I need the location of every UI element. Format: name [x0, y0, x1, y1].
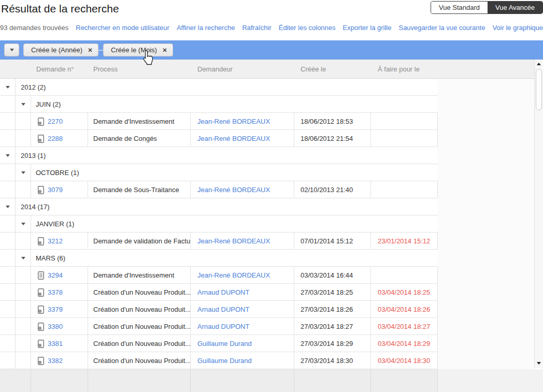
- column-header-a-faire[interactable]: À faire pour le: [371, 65, 438, 73]
- doc-gear-icon: [37, 340, 45, 348]
- close-icon[interactable]: ✕: [162, 47, 167, 54]
- request-number-cell: 3294: [31, 267, 88, 284]
- scrollbar-thumb[interactable]: [536, 69, 542, 110]
- table-row: 3381Création d'un Nouveau Produit...Guil…: [0, 335, 438, 352]
- table-row: 3294Demande d'InvestissementJean-René BO…: [0, 267, 438, 284]
- group-indent-cell: [0, 96, 16, 113]
- chevron-down-icon: [10, 49, 14, 51]
- grid-footer: [0, 369, 543, 392]
- column-header-process[interactable]: Process: [88, 65, 191, 73]
- table-row: 3212Demande de validation de FactureJean…: [0, 233, 438, 250]
- doc-gear-icon: [37, 357, 45, 365]
- row-indent-cell: [16, 301, 31, 318]
- demandeur-cell: Arnaud DUPONT: [191, 284, 294, 301]
- request-number-link[interactable]: 3378: [48, 288, 63, 296]
- request-number-link[interactable]: 3380: [48, 323, 63, 330]
- group-row-month: JANVIER (1): [0, 215, 438, 233]
- row-indent-cell: [16, 352, 31, 369]
- demandeur-cell: Jean-René BORDEAUX: [191, 130, 294, 147]
- group-label: JUIN (2): [31, 100, 438, 108]
- request-number-cell: 3378: [31, 284, 88, 301]
- triangle-down-icon: [21, 171, 25, 174]
- demandeur-link[interactable]: Arnaud DUPONT: [197, 323, 249, 330]
- collapse-toggle[interactable]: [0, 79, 16, 96]
- collapse-toggle[interactable]: [16, 215, 31, 233]
- process-cell: Demande de Congés: [88, 130, 191, 147]
- toolbar-link-4[interactable]: Éditer les colonnes: [279, 24, 336, 32]
- row-indent-cell: [16, 130, 31, 147]
- close-icon[interactable]: ✕: [88, 47, 93, 54]
- request-number-cell: 3381: [31, 335, 88, 352]
- column-header-demande[interactable]: Demande n°: [31, 65, 88, 73]
- request-number-link[interactable]: 3212: [48, 237, 63, 245]
- demandeur-link[interactable]: Arnaud DUPONT: [197, 288, 249, 296]
- footer-cell: [31, 369, 88, 392]
- created-cell: 27/03/2014 18:29: [294, 335, 371, 352]
- column-header-demandeur[interactable]: Demandeur: [191, 65, 294, 73]
- toolbar-link-5[interactable]: Exporter la grille: [343, 24, 392, 32]
- demandeur-link[interactable]: Guillaume Durand: [197, 340, 252, 347]
- filter-menu-button[interactable]: [4, 43, 19, 56]
- due-date-cell: 03/04/2014 18:27: [371, 318, 438, 335]
- request-number-link[interactable]: 2288: [48, 135, 63, 142]
- created-cell: 27/03/2014 18:26: [294, 301, 371, 318]
- toolbar-link-6[interactable]: Sauvegarder la vue courante: [398, 24, 485, 32]
- scroll-down-icon[interactable]: [537, 362, 541, 365]
- table-row: 2288Demande de CongésJean-René BORDEAUX1…: [0, 130, 438, 147]
- request-number-link[interactable]: 3294: [48, 271, 63, 279]
- table-row: 3379Création d'un Nouveau Produit...Arna…: [0, 301, 438, 318]
- doc-gear-icon: [37, 135, 45, 143]
- view-advanced-button[interactable]: Vue Avancée: [488, 2, 542, 13]
- demandeur-link[interactable]: Arnaud DUPONT: [197, 306, 249, 313]
- group-row-month: OCTOBRE (1): [0, 164, 438, 181]
- request-number-link[interactable]: 3379: [48, 306, 63, 313]
- view-standard-button[interactable]: Vue Standard: [431, 2, 488, 13]
- collapse-toggle[interactable]: [16, 164, 31, 181]
- filter-chip-label: Créée le (Année): [31, 46, 82, 54]
- scroll-up-icon[interactable]: [537, 63, 541, 65]
- doc-gear-icon: [37, 186, 45, 194]
- triangle-down-icon: [21, 103, 25, 106]
- column-header-creee-le[interactable]: Créée le: [294, 65, 371, 73]
- collapse-toggle[interactable]: [0, 198, 16, 215]
- demandeur-link[interactable]: Guillaume Durand: [197, 357, 252, 365]
- demandeur-cell: Jean-René BORDEAUX: [191, 233, 294, 250]
- due-date-cell: 23/01/2014 15:12: [371, 233, 438, 250]
- table-row: 3079Demande de Sous-TraitanceJean-René B…: [0, 181, 438, 198]
- footer-cell: [191, 369, 294, 392]
- demandeur-link[interactable]: Jean-René BORDEAUX: [197, 118, 270, 125]
- request-number-link[interactable]: 3382: [48, 357, 63, 365]
- demandeur-cell: Guillaume Durand: [191, 352, 294, 369]
- toolbar-link-7[interactable]: Voir le graphique: [492, 24, 543, 32]
- demandeur-cell: Arnaud DUPONT: [191, 318, 294, 335]
- group-row-year: 2012 (2): [0, 79, 438, 96]
- filter-chip-1[interactable]: Créée le (Année)✕: [23, 43, 98, 56]
- toolbar-link-1[interactable]: Rechercher en mode utilisateur: [76, 24, 169, 32]
- collapse-toggle[interactable]: [0, 147, 16, 164]
- collapse-toggle[interactable]: [16, 96, 31, 113]
- page-title: Résultat de la recherche: [1, 3, 119, 15]
- request-number-link[interactable]: 3381: [48, 340, 63, 347]
- table-row: 3378Création d'un Nouveau Produit...Arna…: [0, 284, 438, 301]
- table-header: Demande n° Process Demandeur Créée le À …: [0, 60, 534, 79]
- group-label: 2012 (2): [16, 83, 438, 91]
- collapse-toggle[interactable]: [16, 250, 31, 267]
- group-label: JANVIER (1): [31, 220, 438, 228]
- row-indent-cell: [0, 318, 16, 335]
- toolbar-link-2[interactable]: Affiner la recherche: [177, 24, 235, 32]
- row-indent-cell: [0, 113, 16, 130]
- demandeur-link[interactable]: Jean-René BORDEAUX: [197, 271, 270, 279]
- demandeur-link[interactable]: Jean-René BORDEAUX: [197, 237, 270, 245]
- vertical-scrollbar[interactable]: [534, 60, 543, 368]
- filter-chip-2[interactable]: Créée le (Mois)✕: [103, 43, 173, 56]
- toolbar-link-3[interactable]: Rafraîchir: [242, 24, 271, 32]
- demandeur-link[interactable]: Jean-René BORDEAUX: [197, 135, 270, 142]
- request-number-link[interactable]: 2270: [48, 118, 63, 125]
- request-number-link[interactable]: 3079: [48, 186, 63, 194]
- process-cell: Demande d'Investissement: [88, 267, 191, 284]
- row-indent-cell: [16, 318, 31, 335]
- row-indent-cell: [0, 335, 16, 352]
- created-cell: 27/03/2014 18:30: [294, 352, 371, 369]
- demandeur-cell: Jean-René BORDEAUX: [191, 267, 294, 284]
- demandeur-link[interactable]: Jean-René BORDEAUX: [197, 186, 270, 194]
